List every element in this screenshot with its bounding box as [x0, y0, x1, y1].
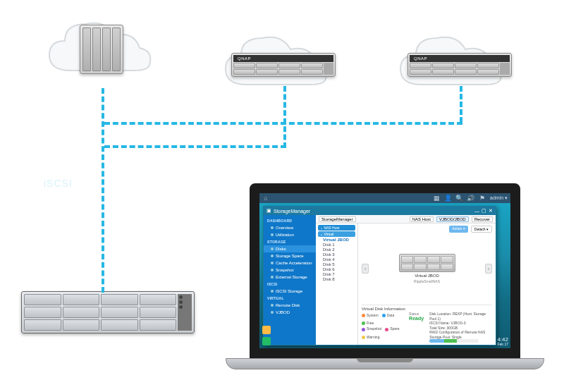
sidebar-item-cache[interactable]: Cache Acceleration: [264, 259, 316, 267]
detail-config: RAID Configuration of Remote NAS Storage…: [429, 330, 492, 339]
sidebar-item-snapshot[interactable]: Snapshot: [264, 267, 316, 274]
sidebar-item-external-storage[interactable]: External Storage: [264, 274, 316, 281]
main-panel: StorageManager NAS Host VJBOD/JBOD Recov…: [316, 215, 496, 345]
volume-icon[interactable]: 🔊: [467, 195, 474, 202]
system-topbar: ⌂ ▦ 👤 🔍 🔊 ⚑ admin ▾: [259, 193, 510, 203]
system-clock: 4:42 Feb 17: [497, 337, 508, 346]
user-menu[interactable]: admin ▾: [490, 195, 508, 201]
detach-button[interactable]: Detach ▾: [471, 226, 492, 233]
status-value: Ready: [409, 316, 424, 321]
tree-node[interactable]: Disk 7: [318, 272, 355, 276]
legend-snapshot: Snapshot: [362, 326, 381, 331]
sidebar-item-utilization[interactable]: Utilization: [264, 231, 316, 238]
close-icon[interactable]: ✕: [489, 208, 493, 214]
sidebar-section-virtual: VIRTUAL: [264, 295, 316, 302]
app-icon: ▣: [266, 208, 271, 214]
sidebar-item-overview[interactable]: Overview: [264, 224, 316, 231]
connection-line: [102, 88, 104, 293]
dock-app-icon[interactable]: [262, 337, 271, 345]
toolbar-vjbod[interactable]: VJBOD/JBOD: [436, 216, 469, 222]
notification-icon[interactable]: ⚑: [479, 195, 486, 202]
sidebar-item-storage-space[interactable]: Storage Space: [264, 252, 316, 259]
home-icon[interactable]: ⌂: [262, 195, 269, 202]
window-title: StorageManager: [274, 209, 310, 214]
rack2-brand: QNAP: [233, 55, 333, 62]
connection-line: [104, 145, 286, 148]
sidebar-section-storage: STORAGE: [264, 238, 316, 245]
tree-node[interactable]: Disk 2: [318, 247, 355, 252]
next-arrow-icon[interactable]: ›: [485, 264, 492, 274]
breadcrumb: StorageManager: [319, 216, 356, 222]
tree-node[interactable]: Disk 8: [318, 277, 355, 281]
tree-node[interactable]: Disk 4: [318, 257, 355, 262]
dashboard-icon[interactable]: ▦: [434, 195, 441, 202]
sidebar-item-disks[interactable]: Disks: [264, 245, 316, 252]
toolbar-recover[interactable]: Recover: [472, 216, 493, 222]
laptop-screen: ⌂ ▦ 👤 🔍 🔊 ⚑ admin ▾ ▣ StorageManager — ▢…: [250, 183, 520, 358]
tree-node[interactable]: Disk 6: [318, 267, 355, 271]
rack3-brand: QNAP: [410, 55, 510, 62]
info-title: Virtual Disk Information: [362, 307, 492, 311]
dock-app-icon[interactable]: [262, 326, 271, 334]
nas-rack-3: QNAP: [407, 53, 512, 77]
legend-spare: Spare: [385, 326, 399, 331]
device-title: Virtual JBOD: [415, 274, 439, 278]
connection-line: [283, 86, 286, 148]
nas-tower: [80, 25, 123, 74]
capacity-bar: [429, 339, 479, 343]
laptop-base: [226, 358, 544, 369]
sidebar-item-remote-disk[interactable]: Remote Disk: [264, 302, 316, 309]
toolbar: StorageManager NAS Host VJBOD/JBOD Recov…: [316, 215, 496, 223]
laptop: ⌂ ▦ 👤 🔍 🔊 ⚑ admin ▾ ▣ StorageManager — ▢…: [226, 183, 544, 369]
sidebar: DASHBOARD Overview Utilization STORAGE D…: [264, 215, 316, 345]
desktop: ⌂ ▦ 👤 🔍 🔊 ⚑ admin ▾ ▣ StorageManager — ▢…: [259, 193, 510, 348]
sidebar-item-vjbod[interactable]: VJBOD: [264, 309, 316, 316]
legend-free: Free: [362, 321, 374, 325]
minimize-icon[interactable]: —: [474, 209, 479, 214]
sidebar-item-iscsi-storage[interactable]: iSCSI Storage: [264, 288, 316, 295]
legend-data: Data: [382, 313, 395, 317]
detail-location: Disk Location: REXP (Host: Storage Pool …: [429, 312, 492, 321]
tree-node[interactable]: Disk 1: [318, 243, 355, 247]
storage-manager-window: ▣ StorageManager — ▢ ✕ DASHBOARD Overvie…: [263, 206, 496, 345]
device-subtitle: RippleSmallNAS: [414, 279, 440, 283]
disk-viewer: Action ▾ Detach ▾ ‹: [358, 223, 496, 345]
window-titlebar: ▣ StorageManager — ▢ ✕: [264, 207, 496, 215]
action-button[interactable]: Action ▾: [449, 226, 467, 233]
storage-expansion-rack: [21, 291, 195, 333]
disk-tree: ⌄ NAS Host ⌄ Virtual Virtual JBOD Disk 1…: [316, 223, 358, 345]
maximize-icon[interactable]: ▢: [482, 208, 486, 214]
legend-warning: Warning: [362, 335, 379, 339]
search-icon[interactable]: 🔍: [456, 195, 463, 202]
toolbar-nas-host[interactable]: NAS Host: [410, 216, 434, 222]
nas-rack-2: QNAP: [231, 53, 336, 77]
prev-arrow-icon[interactable]: ‹: [362, 264, 369, 274]
user-icon[interactable]: 👤: [445, 195, 452, 202]
connection-line: [460, 86, 462, 123]
legend-system: System: [362, 313, 379, 317]
iscsi-label: iSCSI: [44, 178, 73, 189]
sidebar-section-dashboard: DASHBOARD: [264, 217, 316, 224]
tree-header-virtual[interactable]: ⌄ Virtual: [318, 231, 355, 237]
tree-node[interactable]: Disk 5: [318, 262, 355, 267]
tree-header-nas[interactable]: ⌄ NAS Host: [318, 225, 355, 231]
sidebar-section-iscsi: iSCSI: [264, 281, 316, 288]
tree-node[interactable]: Virtual JBOD: [318, 238, 355, 242]
connection-line: [104, 122, 462, 125]
device-image: [399, 254, 455, 272]
info-panel: Virtual Disk Information System Data Fre…: [362, 305, 492, 343]
tree-node[interactable]: Disk 3: [318, 252, 355, 257]
